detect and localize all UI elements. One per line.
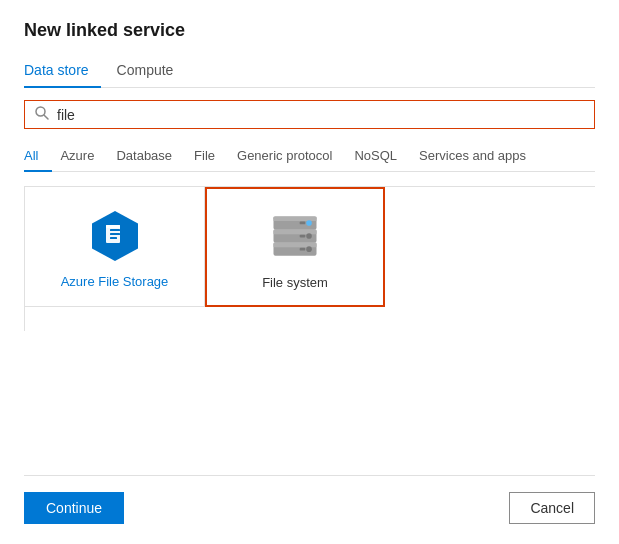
cards-grid: Azure File Storage: [24, 186, 595, 331]
cancel-button[interactable]: Cancel: [509, 492, 595, 524]
svg-rect-17: [300, 234, 306, 237]
svg-point-16: [306, 233, 312, 239]
svg-rect-19: [300, 247, 306, 250]
svg-point-18: [306, 246, 312, 252]
azure-file-storage-icon: [85, 206, 145, 266]
footer: Continue Cancel: [24, 475, 595, 524]
search-box: [24, 100, 595, 129]
svg-rect-5: [110, 233, 120, 235]
filter-tab-nosql[interactable]: NoSQL: [354, 142, 411, 172]
tab-compute[interactable]: Compute: [117, 56, 186, 88]
filter-tab-all[interactable]: All: [24, 142, 52, 172]
search-icon: [35, 106, 49, 123]
svg-point-0: [36, 107, 45, 116]
svg-rect-7: [106, 225, 120, 228]
card-file-system-label: File system: [262, 275, 328, 290]
continue-button[interactable]: Continue: [24, 492, 124, 524]
card-azure-file-storage-label: Azure File Storage: [61, 274, 169, 289]
card-file-system[interactable]: File system: [205, 187, 385, 307]
svg-line-1: [44, 115, 48, 119]
main-tabs: Data store Compute: [24, 55, 595, 88]
filter-tabs: All Azure Database File Generic protocol…: [24, 141, 595, 172]
filter-tab-generic-protocol[interactable]: Generic protocol: [237, 142, 346, 172]
filter-tab-azure[interactable]: Azure: [60, 142, 108, 172]
svg-rect-15: [300, 221, 306, 224]
svg-rect-6: [110, 237, 117, 239]
svg-rect-4: [110, 229, 120, 231]
filter-tab-database[interactable]: Database: [116, 142, 186, 172]
card-azure-file-storage[interactable]: Azure File Storage: [25, 187, 205, 307]
svg-point-14: [306, 220, 312, 226]
dialog-title: New linked service: [24, 20, 595, 41]
search-input[interactable]: [57, 107, 584, 123]
new-linked-service-dialog: New linked service Data store Compute Al…: [0, 0, 619, 544]
filter-tab-file[interactable]: File: [194, 142, 229, 172]
filter-tab-services-and-apps[interactable]: Services and apps: [419, 142, 540, 172]
tab-data-store[interactable]: Data store: [24, 56, 101, 88]
file-system-icon: [265, 207, 325, 267]
